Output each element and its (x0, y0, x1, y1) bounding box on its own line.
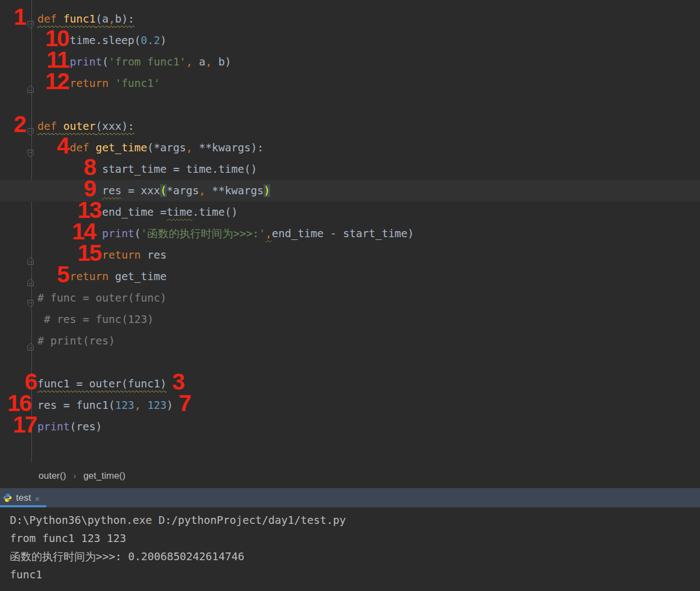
breadcrumb-item-get-time[interactable]: get_time() (83, 470, 125, 481)
code-editor[interactable]: 1def func1(a,b): 10time.sleep(0.2) 11pri… (0, 0, 700, 465)
fold-end-icon[interactable] (26, 337, 35, 346)
code-line[interactable]: 14print('函数的执行时间为>>>:',end_time - start_… (0, 223, 700, 244)
code-token: ( (134, 227, 141, 240)
code-token: , (186, 141, 193, 154)
console-line: D:\Python36\python.exe D:/pythonProject/… (10, 511, 700, 529)
fold-start-icon[interactable] (26, 122, 35, 131)
warning-underlined-code: func1 = outer(func1) (37, 377, 167, 390)
code-line[interactable]: # res = func(123) (0, 309, 700, 330)
code-line[interactable]: # print(res) (0, 330, 700, 352)
code-token: **kwargs (205, 184, 264, 197)
execution-order-number: 4 (57, 134, 68, 157)
warning-underlined-code: def func1(a,b): (37, 13, 134, 25)
code-line[interactable] (0, 352, 700, 373)
code-token: # print(res) (37, 335, 115, 347)
execution-order-number: 5 (57, 263, 68, 286)
code-token: end_time = (102, 206, 166, 218)
run-toolwindow-header: test ✕ (0, 487, 700, 507)
code-token: def (37, 13, 63, 25)
close-icon[interactable]: ✕ (35, 493, 39, 503)
code-token: b): (115, 13, 134, 25)
code-token: a (193, 56, 205, 68)
code-token: outer (63, 120, 96, 133)
code-token: ) (160, 34, 167, 47)
code-token: get_time (115, 270, 167, 283)
code-token: (a (96, 13, 108, 25)
code-token: *args (167, 184, 199, 197)
run-tab-test[interactable]: test ✕ (0, 488, 46, 507)
code-line[interactable]: 16res = func1(123, 123)7 (0, 395, 700, 416)
fold-end-icon[interactable] (26, 272, 35, 281)
code-token: , (108, 13, 115, 25)
code-token: (*args (147, 141, 186, 154)
breadcrumb-item-outer[interactable]: outer() (39, 470, 66, 481)
code-token: return (70, 270, 115, 283)
code-token: , (134, 399, 141, 412)
warning-underlined-code: def outer(xxx): (37, 120, 134, 133)
code-token: time.sleep( (70, 34, 141, 47)
fold-end-icon[interactable] (26, 79, 35, 88)
code-token: return (70, 77, 115, 90)
code-token: 0.2 (141, 34, 160, 47)
code-token: 123 (115, 399, 134, 412)
code-line[interactable]: 6func1 = outer(func1)3 (0, 373, 700, 395)
code-token: ( (102, 56, 108, 68)
code-token: return (102, 249, 147, 261)
code-token: # func = outer(func) (37, 292, 167, 304)
code-area[interactable]: 1def func1(a,b): 10time.sleep(0.2) 11pri… (0, 0, 700, 437)
code-token: , (186, 56, 193, 68)
execution-order-number: 17 (13, 413, 36, 436)
code-line[interactable]: # func = outer(func) (0, 287, 700, 309)
code-token: , (205, 56, 212, 68)
console-line: from func1 123 123 (10, 529, 700, 548)
code-line[interactable]: 13end_time =time.time() (0, 201, 700, 223)
code-token: , (199, 184, 206, 197)
code-token: func1 = outer(func1) (37, 377, 167, 390)
code-token: res (102, 184, 121, 197)
code-token: get_time (96, 141, 147, 154)
fold-end-icon[interactable] (26, 251, 35, 260)
execution-order-number: 12 (45, 70, 69, 93)
code-token: , (265, 227, 272, 240)
execution-order-number: 15 (78, 242, 101, 265)
code-token: def (37, 120, 63, 133)
fold-start-icon[interactable] (26, 144, 35, 152)
code-line[interactable]: 4def get_time(*args, **kwargs): (0, 137, 700, 158)
fold-start-icon[interactable] (26, 15, 35, 24)
code-token: **kwargs): (193, 141, 264, 154)
run-tab-label: test (16, 492, 31, 504)
code-token: print (37, 420, 70, 433)
code-line[interactable]: 17print(res) (0, 416, 700, 437)
code-token: 'func1' (115, 77, 160, 90)
fold-start-icon[interactable] (26, 294, 35, 303)
code-token: ) (264, 184, 270, 197)
code-token: ( (160, 184, 167, 197)
code-line[interactable]: 12return 'func1' (0, 73, 700, 94)
code-token: (res) (70, 420, 102, 433)
code-token: start_time = time.time() (102, 163, 257, 176)
code-line[interactable] (0, 94, 700, 116)
console-line: 函数的执行时间为>>>: 0.2006850242614746 (10, 548, 700, 566)
code-token: end_time - start_time) (272, 227, 414, 240)
code-line[interactable]: 15return res (0, 244, 700, 266)
run-console[interactable]: D:\Python36\python.exe D:/pythonProject/… (0, 507, 700, 591)
code-line[interactable]: 9res = xxx(*args, **kwargs) (0, 180, 700, 201)
console-line: func1 (10, 566, 700, 584)
code-token: def (70, 141, 96, 154)
code-token: 'from func1' (108, 56, 186, 68)
code-token (141, 399, 147, 412)
code-token: '函数的执行时间为>>>:' (141, 227, 265, 240)
code-line[interactable]: 1def func1(a,b): (0, 8, 700, 30)
code-token: res (147, 249, 167, 261)
code-token: 123 (147, 399, 167, 412)
code-line[interactable]: 2def outer(xxx): (0, 116, 700, 137)
code-line[interactable]: 5return get_time (0, 266, 700, 287)
code-line[interactable]: 10time.sleep(0.2) (0, 30, 700, 51)
code-token: print (70, 56, 102, 68)
code-line[interactable]: 11print('from func1', a, b) (0, 51, 700, 73)
code-token: ) (167, 399, 173, 412)
code-token: # res = func(123) (44, 313, 154, 326)
code-token: func1 (63, 13, 96, 25)
code-token: time (167, 206, 193, 218)
code-line[interactable]: 8start_time = time.time() (0, 158, 700, 180)
